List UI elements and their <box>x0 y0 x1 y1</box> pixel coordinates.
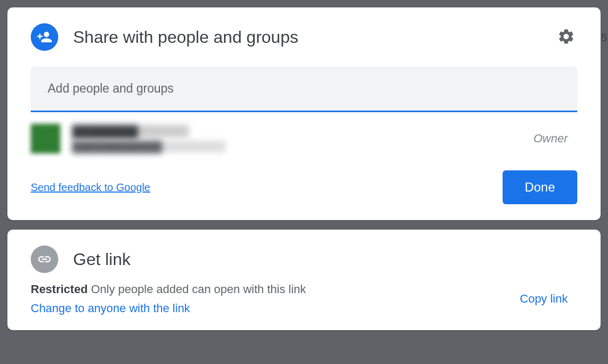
get-link-title: Get link <box>73 250 130 269</box>
share-title: Share with people and groups <box>73 28 540 47</box>
settings-button[interactable] <box>555 25 577 49</box>
link-description: Restricted Only people added can open wi… <box>31 283 306 315</box>
share-card-footer: Send feedback to Google Done <box>7 159 601 220</box>
get-link-body: Restricted Only people added can open wi… <box>7 283 601 330</box>
background-page-number: 5 <box>601 32 607 44</box>
link-icon <box>31 245 58 273</box>
change-to-anyone-link[interactable]: Change to anyone with the link <box>31 302 306 315</box>
restricted-line: Restricted Only people added can open wi… <box>31 283 306 296</box>
get-link-card: Get link Restricted Only people added ca… <box>7 230 601 330</box>
restricted-desc: Only people added can open with this lin… <box>91 283 306 296</box>
person-add-icon <box>31 23 58 51</box>
done-button[interactable]: Done <box>503 170 577 204</box>
share-header: Share with people and groups <box>7 7 601 61</box>
avatar <box>31 124 60 153</box>
share-dialog-container: Share with people and groups ████████ ██… <box>7 7 601 359</box>
copy-link-button[interactable]: Copy link <box>520 292 568 306</box>
person-info: ████████ ████████████ <box>72 125 522 152</box>
restricted-label: Restricted <box>31 283 88 296</box>
add-people-field-wrap <box>31 67 577 112</box>
get-link-header: Get link <box>7 230 601 283</box>
gear-icon <box>557 28 575 47</box>
person-name: ████████ <box>72 125 189 138</box>
feedback-link[interactable]: Send feedback to Google <box>31 181 150 194</box>
person-email: ████████████ <box>72 141 226 152</box>
owner-row: ████████ ████████████ Owner <box>7 112 601 159</box>
share-card: Share with people and groups ████████ ██… <box>7 7 601 220</box>
add-people-input[interactable] <box>31 67 577 112</box>
role-label: Owner <box>533 132 568 145</box>
